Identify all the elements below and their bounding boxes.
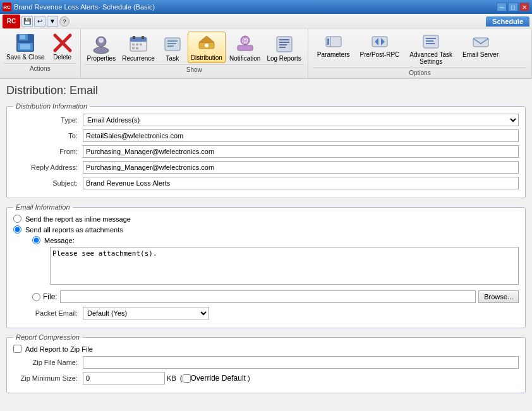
browse-button[interactable]: Browse... xyxy=(478,290,519,303)
from-row: From: xyxy=(13,145,519,158)
task-label: Task xyxy=(166,55,179,62)
svg-rect-2 xyxy=(20,35,25,39)
inline-radio-row: Send the report as inline message xyxy=(13,215,519,223)
report-compression-legend: Report Compression xyxy=(13,333,82,341)
svg-rect-12 xyxy=(133,36,135,39)
save-close-button[interactable]: Save & Close xyxy=(4,32,47,62)
email-server-icon xyxy=(472,33,490,51)
svg-rect-21 xyxy=(167,43,176,44)
override-default-checkbox[interactable] xyxy=(183,374,191,383)
message-radio[interactable] xyxy=(32,236,40,244)
schedule-tab[interactable]: Schedule xyxy=(486,16,529,27)
message-textarea-wrap: Please see attachment(s). xyxy=(32,247,519,287)
message-textarea[interactable]: Please see attachment(s). xyxy=(50,247,519,285)
ribbon: Save & Close Delete Actions xyxy=(0,29,532,79)
parameters-icon xyxy=(325,33,342,51)
minimize-button[interactable]: ─ xyxy=(497,3,507,11)
undo-button[interactable]: ↩ xyxy=(34,16,45,27)
title-bar-controls[interactable]: ─ □ ✕ xyxy=(497,3,529,11)
pre-post-rpc-icon xyxy=(371,33,389,51)
reply-row: Reply Address: xyxy=(13,161,519,174)
svg-rect-43 xyxy=(426,43,435,44)
log-reports-button[interactable]: Log Reports xyxy=(264,33,303,63)
log-reports-icon xyxy=(274,34,294,54)
restore-button[interactable]: □ xyxy=(508,3,518,11)
advanced-task-button[interactable]: Advanced Task Settings xyxy=(406,32,456,66)
svg-point-9 xyxy=(99,38,104,43)
page-title: Distribution: Email xyxy=(6,84,526,97)
distribution-info-legend: Distribution Information xyxy=(13,102,90,110)
help-button[interactable]: ? xyxy=(59,16,70,27)
message-section: Message: Please see attachment(s). File:… xyxy=(13,236,519,303)
add-zip-checkbox[interactable] xyxy=(13,345,21,353)
distribution-button[interactable]: Distribution xyxy=(188,32,226,63)
zip-min-label: Zip Minimum Size: xyxy=(13,374,83,382)
packet-row: Packet Email: Default (Yes) Yes No xyxy=(13,307,519,319)
zip-name-input[interactable] xyxy=(83,356,519,369)
save-quick-button[interactable]: 💾 xyxy=(21,16,33,27)
options-label: Options xyxy=(313,68,526,76)
title-bar-left: RC Brand Revenue Loss Alerts- Schedule (… xyxy=(3,3,155,11)
report-compression-section: Report Compression Add Report to Zip Fil… xyxy=(6,333,526,393)
file-input[interactable] xyxy=(60,290,476,303)
svg-rect-30 xyxy=(279,39,289,40)
svg-rect-16 xyxy=(140,44,142,45)
ribbon-group-show: Properties Recurrence xyxy=(81,29,308,78)
notification-label: Notification xyxy=(229,55,260,62)
svg-rect-15 xyxy=(136,44,138,45)
svg-rect-28 xyxy=(238,45,253,51)
properties-button[interactable]: Properties xyxy=(85,33,119,63)
parameters-button[interactable]: Parameters xyxy=(313,32,354,59)
parameters-label: Parameters xyxy=(317,51,350,58)
attachments-label: Send all reports as attachments xyxy=(25,226,123,234)
override-default-label: Override Default xyxy=(191,374,246,383)
main-content: Distribution: Email Distribution Informa… xyxy=(0,79,532,403)
type-row: Type: Email Address(s) xyxy=(13,114,519,126)
delete-button[interactable]: Delete xyxy=(49,32,76,62)
attachments-radio[interactable] xyxy=(13,225,21,234)
email-server-label: Email Server xyxy=(462,51,499,58)
subject-row: Subject: xyxy=(13,177,519,189)
options-buttons: Parameters Pre/Post-RPC xyxy=(313,32,526,66)
close-button[interactable]: ✕ xyxy=(519,3,529,11)
type-select-wrap: Email Address(s) xyxy=(83,114,519,126)
packet-label: Packet Email: xyxy=(13,309,83,317)
zip-min-input[interactable] xyxy=(83,372,165,384)
reply-label: Reply Address: xyxy=(13,164,83,171)
actions-label: Actions xyxy=(4,63,76,72)
reply-input[interactable] xyxy=(83,161,519,174)
properties-label: Properties xyxy=(87,55,116,62)
show-buttons: Properties Recurrence xyxy=(85,32,304,63)
window-title: Brand Revenue Loss Alerts- Schedule (Bas… xyxy=(14,3,155,11)
to-input[interactable] xyxy=(83,129,519,142)
packet-select-wrap: Default (Yes) Yes No xyxy=(83,307,209,319)
dropdown-arrow[interactable]: ▼ xyxy=(47,16,58,27)
pre-post-rpc-button[interactable]: Pre/Post-RPC xyxy=(356,32,404,59)
notification-button[interactable]: @ Notification xyxy=(227,33,263,63)
inline-radio[interactable] xyxy=(13,215,21,223)
file-radio[interactable] xyxy=(32,293,40,301)
svg-rect-41 xyxy=(426,38,436,39)
recurrence-icon xyxy=(128,34,148,54)
task-button[interactable]: Task xyxy=(159,33,186,63)
type-label: Type: xyxy=(13,116,83,124)
app-icon: RC xyxy=(3,3,11,11)
svg-text:@: @ xyxy=(242,37,248,44)
svg-rect-36 xyxy=(327,39,329,45)
task-icon xyxy=(162,34,183,54)
distribution-info-section: Distribution Information Type: Email Add… xyxy=(6,102,526,198)
svg-rect-33 xyxy=(279,47,286,48)
from-label: From: xyxy=(13,148,83,155)
type-select[interactable]: Email Address(s) xyxy=(83,114,519,126)
message-radio-row: Message: xyxy=(32,236,519,244)
packet-select[interactable]: Default (Yes) Yes No xyxy=(83,307,209,319)
attachments-radio-row: Send all reports as attachments xyxy=(13,225,519,234)
zip-name-label: Zip File Name: xyxy=(13,359,83,366)
zip-name-row: Zip File Name: xyxy=(13,356,519,369)
svg-rect-14 xyxy=(132,44,135,45)
subject-input[interactable] xyxy=(83,177,519,189)
recurrence-button[interactable]: Recurrence xyxy=(119,33,157,63)
from-input[interactable] xyxy=(83,145,519,158)
email-server-button[interactable]: Email Server xyxy=(459,32,502,59)
notification-icon: @ xyxy=(235,34,255,54)
